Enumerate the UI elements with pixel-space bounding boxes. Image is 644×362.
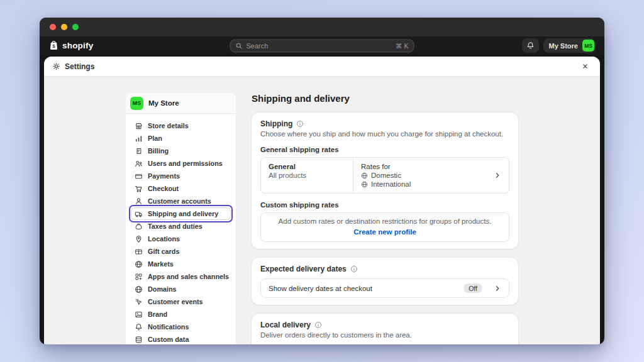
sidebar-item-domains[interactable]: Domains	[131, 283, 231, 295]
store-menu-label: My Store	[549, 42, 578, 50]
checkout-cart-icon	[135, 185, 143, 193]
sidebar-item-label: Payments	[148, 172, 180, 180]
sidebar-item-label: Apps and sales channels	[148, 273, 229, 280]
local-delivery-description: Deliver orders directly to customers in …	[260, 331, 509, 339]
billing-icon	[135, 147, 143, 155]
gear-icon	[52, 62, 60, 70]
apps-grid-icon	[135, 273, 143, 281]
sidebar-item-customer-accounts[interactable]: Customer accounts	[131, 195, 231, 207]
info-icon[interactable]	[350, 265, 358, 273]
sidebar-item-billing[interactable]: Billing	[131, 145, 231, 157]
settings-sidebar: MS My Store Store detailsPlanBillingUser…	[126, 93, 236, 344]
global-search[interactable]: ⌘ K	[230, 39, 414, 52]
info-icon[interactable]	[314, 321, 322, 329]
sidebar-item-label: Users and permissions	[148, 160, 223, 167]
page-title: Shipping and delivery	[252, 93, 518, 104]
svg-text:S: S	[52, 44, 55, 48]
storefront-icon	[135, 122, 143, 130]
sidebar-item-apps-and-sales-channels[interactable]: Apps and sales channels	[131, 270, 231, 283]
bell-icon	[526, 41, 535, 50]
sidebar-item-taxes-and-duties[interactable]: Taxes and duties	[131, 220, 231, 233]
rate-profile-scope: All products	[269, 171, 345, 180]
locations-pin-icon	[135, 235, 143, 243]
general-rates-row[interactable]: General All products Rates for	[260, 157, 509, 194]
expected-delivery-card: Expected delivery dates Show delivery da…	[252, 258, 518, 305]
notifications-button[interactable]	[522, 38, 539, 53]
shipping-truck-icon	[135, 210, 143, 218]
shopify-top-nav: S shopify ⌘ K	[40, 36, 604, 55]
sidebar-item-customer-events[interactable]: Customer events	[131, 295, 231, 308]
custom-rates-empty-text: Add custom rates or destination restrict…	[267, 217, 502, 226]
domains-globe-icon	[135, 285, 143, 293]
store-menu-button[interactable]: My Store MS	[543, 38, 596, 53]
sidebar-item-checkout[interactable]: Checkout	[131, 182, 231, 195]
settings-modal: Settings MS My Store Store detailsPlanBi…	[44, 57, 600, 344]
browser-window: S shopify ⌘ K	[40, 18, 604, 344]
store-avatar: MS	[582, 40, 594, 52]
create-new-profile-link[interactable]: Create new profile	[353, 228, 416, 236]
window-minimize-button[interactable]	[61, 24, 67, 30]
notifications-bell-icon	[135, 323, 143, 331]
shipping-card-title: Shipping	[260, 119, 292, 128]
sidebar-item-locations[interactable]: Locations	[131, 233, 231, 245]
local-delivery-card: Local delivery Deliver orders directly t…	[252, 314, 518, 344]
delivery-dates-row[interactable]: Show delivery dates at checkout Off	[260, 278, 509, 298]
sidebar-item-gift-cards[interactable]: Gift cards	[131, 245, 231, 258]
plan-icon	[135, 134, 143, 143]
zone-domestic: Domestic	[361, 172, 411, 180]
sidebar-store-header[interactable]: MS My Store	[126, 93, 236, 114]
taxes-icon	[135, 222, 143, 231]
sidebar-item-payments[interactable]: Payments	[131, 170, 231, 182]
settings-modal-header: Settings	[44, 57, 600, 77]
sidebar-item-label: Taxes and duties	[148, 222, 203, 230]
sidebar-item-label: Customer accounts	[148, 197, 211, 205]
sidebar-item-notifications[interactable]: Notifications	[131, 321, 231, 333]
sidebar-item-label: Locations	[148, 235, 180, 243]
shopify-wordmark: shopify	[62, 41, 93, 50]
payments-icon	[135, 172, 143, 180]
sidebar-item-label: Notifications	[148, 323, 189, 331]
sidebar-item-label: Brand	[148, 310, 167, 318]
custom-rates-heading: Custom shipping rates	[260, 201, 509, 209]
sidebar-item-store-details[interactable]: Store details	[131, 119, 231, 132]
gift-cards-icon	[135, 248, 143, 256]
window-zoom-button[interactable]	[72, 24, 79, 30]
sidebar-item-label: Customer events	[148, 298, 203, 305]
zone-international: International	[361, 180, 411, 189]
settings-main: Shipping and delivery Shipping Choose wh…	[252, 93, 518, 344]
sidebar-item-shipping-and-delivery[interactable]: Shipping and delivery	[131, 207, 231, 220]
settings-close-button[interactable]	[578, 60, 592, 74]
delivery-dates-label: Show delivery dates at checkout	[269, 285, 372, 292]
sidebar-store-name: My Store	[148, 99, 179, 107]
sidebar-item-users-and-permissions[interactable]: Users and permissions	[131, 157, 231, 170]
sidebar-item-label: Billing	[148, 147, 169, 155]
rates-for-label: Rates for	[361, 162, 411, 171]
sidebar-item-markets[interactable]: Markets	[131, 258, 231, 270]
search-shortcut: ⌘ K	[396, 42, 408, 50]
globe-icon	[361, 172, 368, 179]
delivery-dates-status-badge: Off	[464, 283, 482, 293]
chevron-right-icon	[489, 172, 501, 179]
sidebar-item-plan[interactable]: Plan	[131, 132, 231, 145]
custom-rates-box: Add custom rates or destination restrict…	[260, 212, 509, 242]
sidebar-item-label: Domains	[148, 285, 177, 293]
expected-delivery-title: Expected delivery dates	[260, 265, 347, 273]
sidebar-item-label: Plan	[148, 134, 162, 142]
sidebar-item-label: Store details	[148, 122, 189, 129]
sidebar-item-label: Gift cards	[148, 248, 179, 255]
info-icon[interactable]	[296, 120, 304, 128]
chevron-right-icon	[489, 285, 501, 292]
sidebar-item-brand[interactable]: Brand	[131, 308, 231, 321]
sidebar-item-custom-data[interactable]: Custom data	[131, 333, 231, 344]
sidebar-item-label: Shipping and delivery	[148, 210, 218, 217]
brand-image-icon	[135, 310, 143, 319]
window-close-button[interactable]	[50, 24, 56, 30]
search-input[interactable]	[247, 42, 392, 50]
sidebar-item-label: Custom data	[148, 336, 189, 343]
window-titlebar	[40, 18, 604, 36]
customer-accounts-icon	[135, 197, 143, 206]
shopify-logo[interactable]: S shopify	[48, 40, 93, 51]
search-icon	[236, 42, 243, 49]
sidebar-item-label: Checkout	[148, 185, 179, 192]
local-delivery-title: Local delivery	[260, 321, 311, 329]
